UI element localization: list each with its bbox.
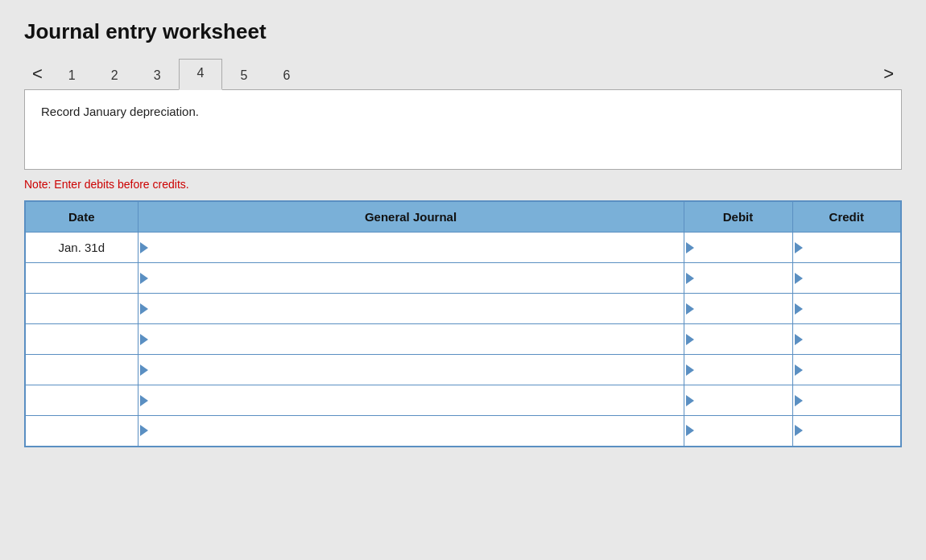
next-arrow[interactable]: > — [875, 60, 902, 88]
credit-cell-5[interactable] — [792, 385, 901, 416]
cell-arrow-icon — [686, 303, 694, 315]
header-journal: General Journal — [138, 201, 684, 233]
tab-5[interactable]: 5 — [222, 62, 265, 89]
cell-arrow-icon — [795, 364, 803, 376]
cell-arrow-icon — [795, 303, 803, 315]
table-row — [25, 324, 901, 355]
cell-arrow-icon — [140, 303, 148, 315]
cell-arrow-icon — [140, 334, 148, 345]
header-credit: Credit — [792, 201, 901, 233]
cell-arrow-icon — [795, 334, 803, 345]
cell-arrow-icon — [140, 364, 148, 376]
header-debit: Debit — [684, 201, 792, 233]
debit-cell-4[interactable] — [684, 355, 792, 385]
cell-arrow-icon — [795, 242, 803, 253]
tab-navigation: < 1 2 3 4 5 6 > — [24, 59, 902, 89]
journal-cell-1[interactable] — [138, 263, 684, 294]
debit-cell-5[interactable] — [684, 385, 792, 416]
header-date: Date — [25, 201, 138, 233]
table-row — [25, 385, 901, 416]
journal-cell-4[interactable] — [138, 355, 684, 385]
cell-arrow-icon — [686, 334, 694, 345]
debit-cell-1[interactable] — [684, 263, 792, 294]
description-text: Record January depreciation. — [41, 105, 199, 118]
journal-cell-3[interactable] — [138, 324, 684, 355]
cell-arrow-icon — [795, 395, 803, 406]
date-cell-6[interactable] — [25, 416, 138, 447]
credit-cell-1[interactable] — [792, 263, 901, 294]
journal-cell-2[interactable] — [138, 294, 684, 324]
credit-cell-2[interactable] — [792, 294, 901, 324]
tab-6[interactable]: 6 — [265, 62, 308, 89]
credit-cell-6[interactable] — [792, 416, 901, 447]
debit-cell-3[interactable] — [684, 324, 792, 355]
journal-cell-0[interactable] — [138, 233, 684, 263]
debit-cell-6[interactable] — [684, 416, 792, 447]
cell-arrow-icon — [686, 425, 694, 436]
description-box: Record January depreciation. — [24, 89, 902, 170]
cell-arrow-icon — [140, 273, 148, 284]
credit-cell-3[interactable] — [792, 324, 901, 355]
prev-arrow[interactable]: < — [24, 60, 51, 88]
table-row — [25, 355, 901, 385]
cell-arrow-icon — [686, 242, 694, 253]
cell-arrow-icon — [686, 364, 694, 376]
cell-arrow-icon — [140, 242, 148, 253]
table-row — [25, 294, 901, 324]
tab-3[interactable]: 3 — [136, 62, 179, 89]
tab-2[interactable]: 2 — [93, 62, 136, 89]
cell-arrow-icon — [686, 273, 694, 284]
date-cell-3[interactable] — [25, 324, 138, 355]
date-cell-1[interactable] — [25, 263, 138, 294]
cell-arrow-icon — [795, 273, 803, 284]
journal-cell-6[interactable] — [138, 416, 684, 447]
tab-1[interactable]: 1 — [51, 62, 93, 89]
page-title: Journal entry worksheet — [24, 19, 902, 44]
credit-cell-0[interactable] — [792, 233, 901, 263]
date-cell-0[interactable]: Jan. 31d — [25, 233, 138, 263]
debit-cell-2[interactable] — [684, 294, 792, 324]
cell-arrow-icon — [140, 395, 148, 406]
credit-cell-4[interactable] — [792, 355, 901, 385]
table-row: Jan. 31d — [25, 233, 901, 263]
note-text: Note: Enter debits before credits. — [24, 178, 902, 191]
journal-table: Date General Journal Debit Credit Jan. 3… — [24, 200, 902, 447]
table-row — [25, 263, 901, 294]
date-cell-2[interactable] — [25, 294, 138, 324]
cell-arrow-icon — [140, 425, 148, 436]
cell-arrow-icon — [686, 395, 694, 406]
cell-arrow-icon — [795, 425, 803, 436]
table-row — [25, 416, 901, 447]
date-cell-4[interactable] — [25, 355, 138, 385]
debit-cell-0[interactable] — [684, 233, 792, 263]
tab-4[interactable]: 4 — [179, 59, 223, 90]
journal-cell-5[interactable] — [138, 385, 684, 416]
date-cell-5[interactable] — [25, 385, 138, 416]
